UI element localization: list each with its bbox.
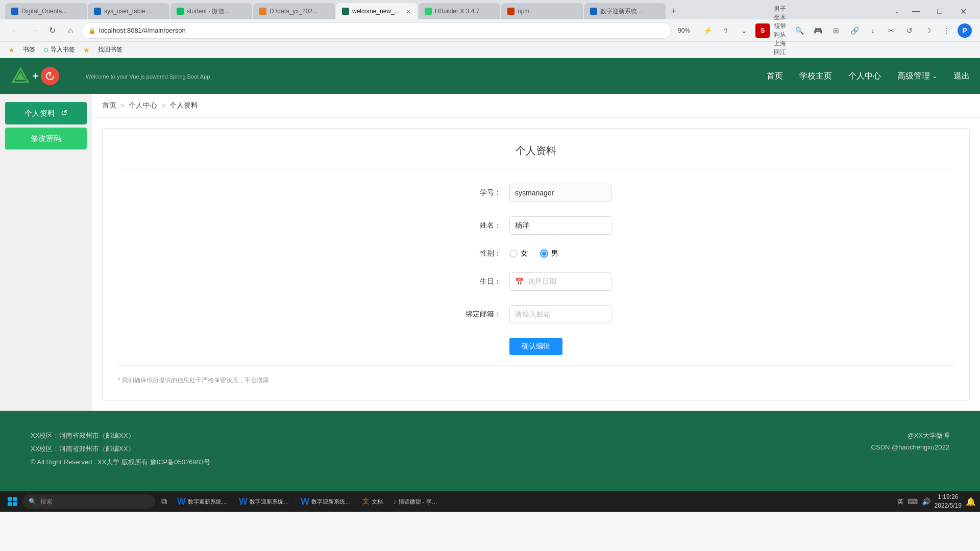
task-view-button[interactable]: ⧉ (157, 493, 171, 510)
tab-sys-user[interactable]: sys_user_table ... (88, 3, 169, 19)
birthday-label: 生日： (460, 277, 501, 286)
reload-button[interactable]: ↻ (45, 23, 59, 38)
footer-csdn[interactable]: CSDN @haochengxu2022 (871, 443, 949, 451)
nav-advanced-label: 高级管理 (897, 71, 930, 82)
app-footer: XX校区：河南省郑州市（邮编XX） XX校区：河南省郑州市（邮编XX） © Al… (0, 411, 980, 491)
taskbar-app-doc[interactable]: 文 文档 (358, 493, 387, 510)
gender-female-radio[interactable] (509, 249, 518, 258)
gender-male-option[interactable]: 男 (540, 249, 558, 258)
gender-female-option[interactable]: 女 (509, 249, 528, 258)
svg-rect-7 (13, 502, 17, 506)
logo-power-icon (41, 67, 59, 85)
form-row-student-id: 学号： (118, 184, 954, 202)
calendar-icon: 📅 (515, 278, 524, 286)
lang-indicator[interactable]: 英 (897, 497, 903, 506)
taskbar-app-music[interactable]: ♪ 情话微甜 - 李朝 / ... (389, 493, 444, 510)
birthday-input[interactable]: 📅 选择日期 (509, 272, 611, 291)
taskbar-app-word2[interactable]: W 数字迎新系统详细... (235, 493, 295, 510)
zoom-level: 90% (676, 26, 692, 35)
gender-male-label: 男 (551, 249, 558, 258)
download-icon[interactable]: ↓ (866, 23, 880, 38)
tab-welcome[interactable]: welcome_new_... ✕ (336, 3, 418, 19)
form-row-email: 绑定邮箱： (118, 305, 954, 323)
breadcrumb-home[interactable]: 首页 (102, 101, 116, 110)
bookmark-retrieve[interactable]: 找回书签 (98, 45, 122, 54)
search-text-display: 男子坐木筏带狗从上海回江 (774, 23, 788, 38)
taskbar-app-word3[interactable]: W 数字迎新系统部署... (297, 493, 356, 510)
taskbar-app-word1[interactable]: W 数字迎新系统软件... (173, 493, 233, 510)
home-button[interactable]: ⌂ (63, 23, 78, 38)
form-title: 个人资料 (118, 144, 954, 168)
breadcrumb-sep2: > (161, 102, 165, 110)
undo-icon[interactable]: ↺ (902, 23, 917, 38)
scissor-icon[interactable]: ✂ (884, 23, 898, 38)
address-bar[interactable]: 🔒 localhost:8081/#/main/person (82, 22, 672, 39)
bookmark-bookmarks[interactable]: 书签 (23, 45, 35, 54)
darkmode-icon[interactable]: ☽ (921, 23, 935, 38)
game-icon[interactable]: 🎮 (811, 23, 825, 38)
tab-word[interactable]: 数字迎新系统... (584, 3, 666, 19)
breadcrumb-personal[interactable]: 个人中心 (129, 101, 157, 110)
name-label: 姓名： (460, 221, 501, 230)
tab-student[interactable]: student · 微信... (170, 3, 252, 19)
profile-avatar[interactable]: P (958, 23, 972, 38)
student-id-input[interactable] (509, 184, 611, 202)
sidebar-item-password[interactable]: 修改密码 (5, 128, 87, 149)
name-input[interactable] (509, 216, 611, 235)
submit-row: 确认编辑 (118, 338, 954, 355)
grid-icon[interactable]: ⊞ (829, 23, 843, 38)
nav-home[interactable]: 首页 (767, 71, 783, 82)
footer-weibo[interactable]: @XX大学微博 (871, 431, 949, 440)
s-extension-icon[interactable]: S (755, 23, 770, 38)
search-icon[interactable]: 🔍 (792, 23, 806, 38)
tab-label-student: student · 微信... (187, 7, 229, 16)
minimize-button[interactable]: — (904, 3, 928, 19)
tabs-dropdown-button[interactable]: ⌄ (890, 4, 904, 18)
breadcrumb-sep1: > (120, 102, 125, 110)
taskbar-tray: 英 ⌨ 🔊 1:19:26 2022/5/19 🔔 (897, 493, 976, 510)
tab-label-sys: sys_user_table ... (104, 8, 152, 15)
new-tab-button[interactable]: + (667, 4, 681, 18)
gender-male-radio[interactable] (540, 249, 548, 258)
breadcrumb: 首页 > 个人中心 > 个人资料 (92, 94, 980, 118)
app-body: 个人资料 ↺ 修改密码 首页 > 个人中心 > 个人资料 个人资料 (0, 94, 980, 411)
tab-digital[interactable]: Digital_Orienta... (5, 3, 87, 19)
cursor-icon: ↺ (61, 109, 67, 117)
bookmark-import[interactable]: ⊙ 导入书签 (43, 45, 75, 54)
tab-npm[interactable]: npm (501, 3, 583, 19)
app-tagline-container: Welcome to your Vue.js powered Spring Bo… (86, 72, 210, 80)
lightning-icon[interactable]: ⚡ (700, 23, 715, 38)
confirm-edit-button[interactable]: 确认编辑 (509, 338, 562, 355)
nav-advanced[interactable]: 高级管理 ⌄ (897, 71, 937, 82)
tab-hbuilder[interactable]: HBuilder X 3.4.7 (419, 3, 500, 19)
svg-rect-5 (13, 497, 17, 501)
vue-logo-icon (10, 66, 31, 86)
taskbar-search-placeholder: 搜索 (40, 497, 53, 506)
tab-close-welcome[interactable]: ✕ (405, 8, 411, 15)
dropdown-icon[interactable]: ⌄ (737, 23, 751, 38)
start-button[interactable] (4, 493, 20, 510)
more-icon[interactable]: ⋮ (939, 23, 953, 38)
tray-time[interactable]: 1:19:26 2022/5/19 (935, 493, 962, 510)
form-note: * 我们确保你所提供的信息处于严格保密状态，不会泄露 (118, 365, 954, 385)
maximize-button[interactable]: □ (928, 3, 951, 19)
star-icon: ★ (8, 46, 15, 54)
tab-label-npm: npm (518, 8, 529, 15)
notification-icon[interactable]: 🔔 (966, 497, 976, 507)
nav-school[interactable]: 学校主页 (799, 71, 832, 82)
app-header: + Welcome to your Vue.js powered Spring … (0, 58, 980, 94)
link-icon[interactable]: 🔗 (847, 23, 862, 38)
email-input[interactable] (509, 305, 611, 323)
form-container: 个人资料 学号： 姓名： 性别： 女 (102, 128, 970, 400)
nav-personal[interactable]: 个人中心 (848, 71, 881, 82)
tab-data[interactable]: D:\data_yx_202... (253, 3, 335, 19)
nav-exit[interactable]: 退出 (953, 71, 970, 82)
taskbar-search[interactable]: 🔍 搜索 (22, 494, 155, 509)
sidebar-item-profile[interactable]: 个人资料 ↺ (5, 102, 87, 124)
close-button[interactable]: ✕ (951, 3, 975, 19)
url-text: localhost:8081/#/main/person (99, 27, 665, 34)
share-icon[interactable]: ⇧ (719, 23, 733, 38)
back-button[interactable]: ← (8, 23, 22, 38)
forward-button[interactable]: → (27, 23, 41, 38)
volume-icon[interactable]: 🔊 (922, 497, 930, 506)
